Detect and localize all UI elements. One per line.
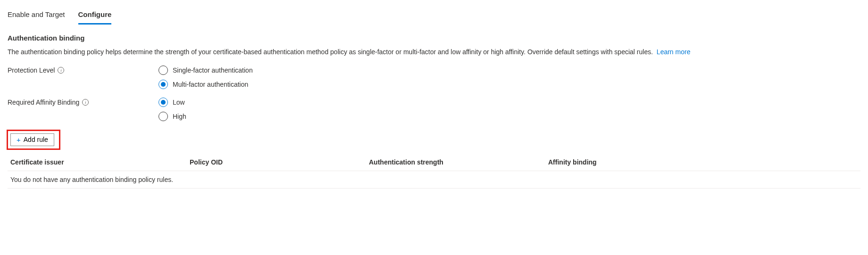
column-auth-strength[interactable]: Authentication strength — [369, 158, 548, 166]
affinity-binding-row: Required Affinity Binding i Low High — [8, 98, 860, 121]
protection-level-radio-group: Single-factor authentication Multi-facto… — [159, 66, 253, 89]
column-affinity-binding[interactable]: Affinity binding — [548, 158, 860, 166]
add-rule-label: Add rule — [24, 136, 48, 143]
info-icon[interactable]: i — [58, 67, 64, 74]
tab-enable-and-target[interactable]: Enable and Target — [8, 8, 65, 25]
radio-circle-icon — [159, 112, 168, 121]
add-rule-button[interactable]: + Add rule — [10, 133, 54, 146]
radio-circle-icon — [159, 66, 168, 75]
radio-dot-icon — [161, 82, 166, 87]
radio-dot-icon — [161, 100, 166, 105]
section-description: The authentication binding policy helps … — [8, 48, 860, 57]
radio-multi-factor[interactable]: Multi-factor authentication — [159, 80, 253, 89]
plus-icon: + — [17, 136, 21, 144]
rules-table-header: Certificate issuer Policy OID Authentica… — [8, 156, 860, 171]
tab-bar: Enable and Target Configure — [8, 8, 860, 25]
affinity-binding-label: Required Affinity Binding — [8, 99, 79, 106]
learn-more-link[interactable]: Learn more — [657, 48, 691, 56]
protection-level-label: Protection Level — [8, 66, 55, 74]
radio-label: Single-factor authentication — [173, 66, 253, 74]
column-certificate-issuer[interactable]: Certificate issuer — [10, 158, 190, 166]
description-text: The authentication binding policy helps … — [8, 48, 653, 56]
affinity-binding-label-wrap: Required Affinity Binding i — [8, 98, 159, 106]
radio-circle-selected-icon — [159, 80, 168, 89]
info-icon[interactable]: i — [82, 99, 89, 106]
radio-label: Multi-factor authentication — [173, 81, 248, 88]
protection-level-label-wrap: Protection Level i — [8, 66, 159, 74]
section-title: Authentication binding — [8, 34, 860, 42]
radio-single-factor[interactable]: Single-factor authentication — [159, 66, 253, 75]
column-policy-oid[interactable]: Policy OID — [190, 158, 369, 166]
add-rule-highlight: + Add rule — [7, 130, 60, 150]
protection-level-row: Protection Level i Single-factor authent… — [8, 66, 860, 89]
tab-configure[interactable]: Configure — [78, 8, 112, 25]
affinity-binding-radio-group: Low High — [159, 98, 186, 121]
radio-label: Low — [173, 99, 185, 106]
radio-label: High — [173, 113, 186, 120]
radio-high[interactable]: High — [159, 112, 186, 121]
radio-circle-selected-icon — [159, 98, 168, 107]
rules-empty-message: You do not have any authentication bindi… — [8, 171, 860, 189]
radio-low[interactable]: Low — [159, 98, 186, 107]
